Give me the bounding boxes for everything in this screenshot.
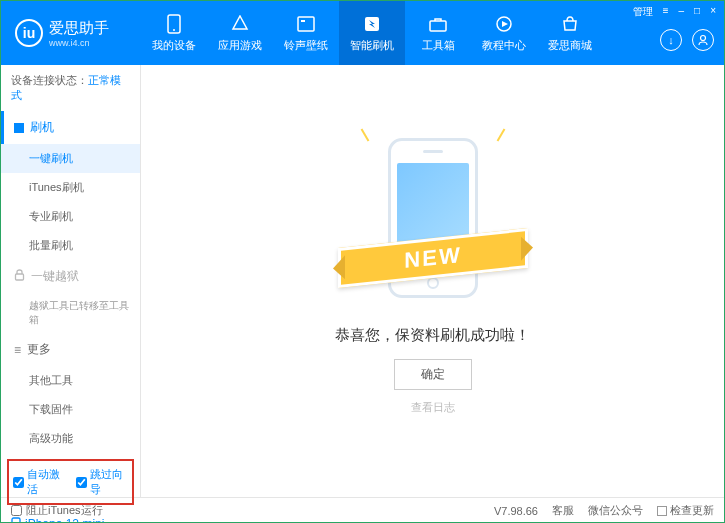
sidebar-other-tools[interactable]: 其他工具 [1, 366, 140, 395]
ok-button[interactable]: 确定 [394, 359, 472, 390]
flash-square-icon [14, 123, 24, 133]
header-user-icons: ↓ [660, 29, 714, 51]
connection-status: 设备连接状态：正常模式 [1, 65, 140, 111]
app-url: www.i4.cn [49, 38, 109, 48]
service-link[interactable]: 客服 [552, 503, 574, 518]
sidebar-batch-flash[interactable]: 批量刷机 [1, 231, 140, 260]
apps-icon [230, 14, 250, 34]
app-name: 爱思助手 [49, 19, 109, 36]
nav-apps[interactable]: 应用游戏 [207, 1, 273, 65]
nav-tutorials[interactable]: 教程中心 [471, 1, 537, 65]
user-icon[interactable] [692, 29, 714, 51]
jailbreak-note: 越狱工具已转移至工具箱 [1, 293, 140, 333]
success-illustration: NEW [368, 128, 498, 308]
lock-icon [14, 269, 25, 284]
manage-btn[interactable]: 管理 [633, 5, 653, 19]
nav-toolbox[interactable]: 工具箱 [405, 1, 471, 65]
svg-rect-9 [16, 274, 24, 280]
sidebar-advanced[interactable]: 高级功能 [1, 424, 140, 453]
sidebar-flash-header[interactable]: 刷机 [1, 111, 140, 144]
maximize-btn[interactable]: □ [694, 5, 700, 19]
update-icon [657, 506, 667, 516]
sidebar-itunes-flash[interactable]: iTunes刷机 [1, 173, 140, 202]
svg-point-8 [701, 36, 706, 41]
sidebar-pro-flash[interactable]: 专业刷机 [1, 202, 140, 231]
view-log-link[interactable]: 查看日志 [411, 400, 455, 415]
app-body: 设备连接状态：正常模式 刷机 一键刷机 iTunes刷机 专业刷机 批量刷机 一… [1, 65, 724, 497]
wallpaper-icon [296, 14, 316, 34]
minimize-btn[interactable]: – [679, 5, 685, 19]
app-header: iu 爱思助手 www.i4.cn 我的设备 应用游戏 铃声壁纸 智能刷机 工具… [1, 1, 724, 65]
logo-area: iu 爱思助手 www.i4.cn [1, 19, 141, 48]
skip-wizard-checkbox[interactable]: 跳过向导 [76, 467, 129, 497]
auto-activate-checkbox[interactable]: 自动激活 [13, 467, 66, 497]
footer-left: 阻止iTunes运行 [11, 503, 103, 518]
window-controls: 管理 ≡ – □ × [633, 5, 716, 19]
download-icon[interactable]: ↓ [660, 29, 682, 51]
store-icon [560, 14, 580, 34]
svg-marker-7 [502, 21, 508, 27]
flash-icon [362, 14, 382, 34]
hamburger-icon: ≡ [14, 343, 21, 357]
main-content: NEW 恭喜您，保资料刷机成功啦！ 确定 查看日志 [141, 65, 724, 497]
version-label: V7.98.66 [494, 505, 538, 517]
svg-rect-3 [301, 20, 305, 22]
update-link[interactable]: 检查更新 [657, 503, 714, 518]
svg-point-1 [173, 29, 175, 31]
sidebar-oneclick-flash[interactable]: 一键刷机 [1, 144, 140, 173]
sidebar-jailbreak-header: 一键越狱 [1, 260, 140, 293]
phone-icon [164, 14, 184, 34]
footer-right: V7.98.66 客服 微信公众号 检查更新 [494, 503, 714, 518]
svg-rect-2 [298, 17, 314, 31]
nav-ringtones[interactable]: 铃声壁纸 [273, 1, 339, 65]
sidebar-download-fw[interactable]: 下载固件 [1, 395, 140, 424]
svg-rect-10 [12, 518, 20, 523]
nav-my-device[interactable]: 我的设备 [141, 1, 207, 65]
sidebar-more-header[interactable]: ≡ 更多 [1, 333, 140, 366]
wechat-link[interactable]: 微信公众号 [588, 503, 643, 518]
menu-btn[interactable]: ≡ [663, 5, 669, 19]
svg-rect-5 [430, 21, 446, 31]
tutorial-icon [494, 14, 514, 34]
close-btn[interactable]: × [710, 5, 716, 19]
nav-flash[interactable]: 智能刷机 [339, 1, 405, 65]
sidebar: 设备连接状态：正常模式 刷机 一键刷机 iTunes刷机 专业刷机 批量刷机 一… [1, 65, 141, 497]
success-message: 恭喜您，保资料刷机成功啦！ [335, 326, 530, 345]
toolbox-icon [428, 14, 448, 34]
nav-store[interactable]: 爱思商城 [537, 1, 603, 65]
options-highlight-box: 自动激活 跳过向导 [7, 459, 134, 505]
logo-icon: iu [15, 19, 43, 47]
block-itunes-checkbox[interactable]: 阻止iTunes运行 [11, 503, 103, 518]
